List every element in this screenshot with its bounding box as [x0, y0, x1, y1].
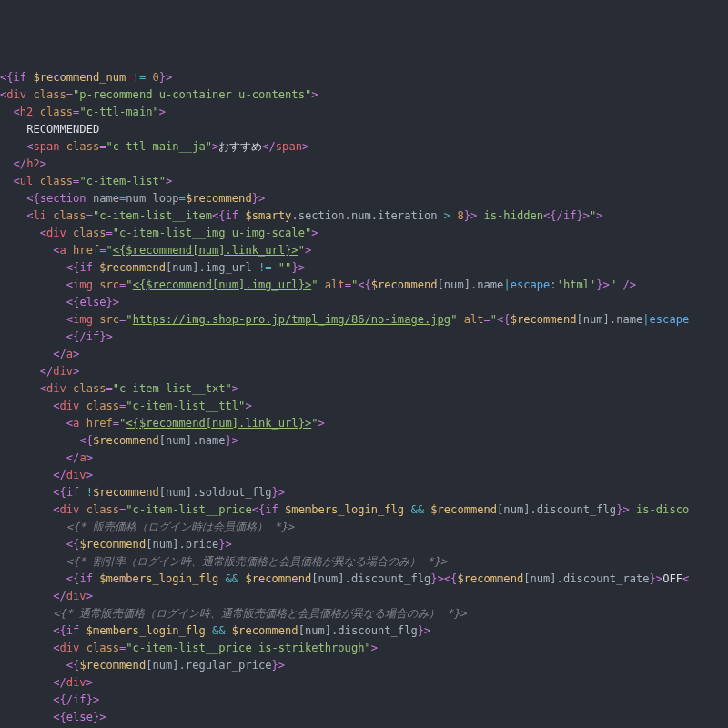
- code-line: RECOMMENDED: [0, 123, 99, 136]
- code-line: </div>: [0, 365, 79, 378]
- code-line: <{$recommend[num].regular_price}>: [0, 659, 285, 672]
- code-line: <{if !$recommend[num].soldout_flg}>: [0, 486, 285, 499]
- code-line: </div>: [0, 676, 93, 689]
- code-line: <a href="<{$recommend[num].link_url}>">: [0, 244, 311, 257]
- code-line: <a href="<{$recommend[num].link_url}>">: [0, 417, 325, 430]
- code-line: <{$recommend[num].name}>: [0, 434, 238, 447]
- code-line: <h2 class="c-ttl-main">: [0, 106, 166, 118]
- code-line: <{else}>: [0, 296, 119, 308]
- code-line: </a>: [0, 348, 79, 360]
- code-line: <div class="c-item-list__img u-img-scale…: [0, 227, 318, 239]
- code-line: <img src="<{$recommend[num].img_url}>" a…: [0, 278, 636, 291]
- code-line: <div class="c-item-list__price is-strike…: [0, 642, 378, 654]
- code-line: <{/if}>: [0, 330, 113, 343]
- code-line: <{$recommend[num].price}>: [0, 538, 232, 551]
- code-line: <li class="c-item-list__item<{if $smarty…: [0, 209, 603, 222]
- code-line: <{/if}>: [0, 693, 99, 706]
- code-block: <{if $recommend_num != 0}> <div class="p…: [0, 52, 728, 728]
- code-line: <{* 通常販売価格（ログイン時、通常販売価格と会員価格が異なる場合のみ） *}…: [0, 607, 467, 620]
- code-line: <{* 販売価格（ログイン時は会員価格） *}>: [0, 521, 294, 533]
- code-line: <span class="c-ttl-main__ja">おすすめ</span>: [0, 140, 308, 153]
- code-line: <{else}>: [0, 711, 106, 723]
- code-line: <{if $members_login_flg && $recommend[nu…: [0, 572, 689, 585]
- code-line: <{if $members_login_flg && $recommend[nu…: [0, 624, 430, 637]
- code-line: </div>: [0, 469, 93, 481]
- code-line: <img src="https://img.shop-pro.jp/tmpl_i…: [0, 313, 689, 326]
- code-line: <{section name=num loop=$recommend}>: [0, 192, 265, 205]
- code-line: <ul class="c-item-list">: [0, 175, 172, 187]
- code-line: <div class="c-item-list__ttl">: [0, 399, 252, 412]
- code-line: <div class="c-item-list__txt">: [0, 382, 238, 395]
- code-line: <{* 割引率（ログイン時、通常販売価格と会員価格が異なる場合のみ） *}>: [0, 555, 447, 568]
- code-line: </div>: [0, 590, 93, 602]
- code-line: <div class="c-item-list__price<{if $memb…: [0, 503, 689, 516]
- code-line: <{if $recommend_num != 0}>: [0, 71, 172, 84]
- code-line: <{if $recommend[num].img_url != ""}>: [0, 261, 305, 274]
- code-line: <div class="p-recommend u-container u-co…: [0, 88, 318, 101]
- code-line: </h2>: [0, 157, 46, 170]
- code-line: </a>: [0, 451, 93, 464]
